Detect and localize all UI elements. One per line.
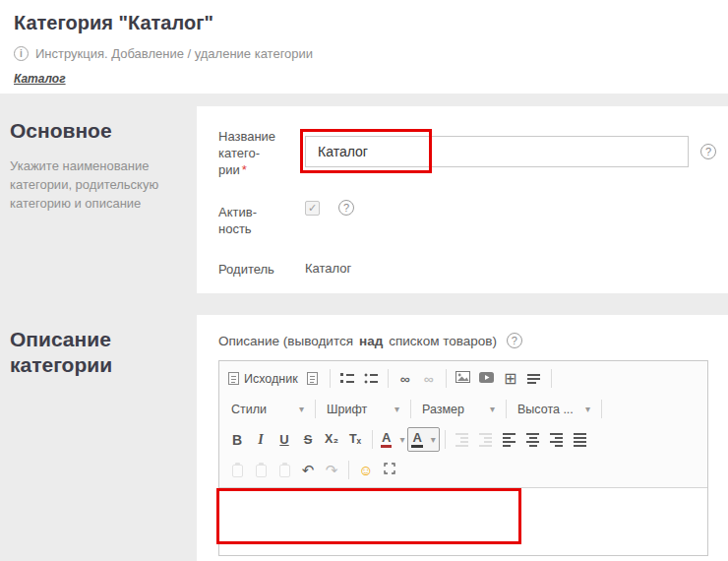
section-description-sidebar: Описание категории xyxy=(10,327,189,379)
instruction-text: Инструкция. Добавление / удаление катего… xyxy=(35,46,313,61)
page-header: Категория "Каталог" i Инструкция. Добавл… xyxy=(0,0,728,94)
toolbar-separator xyxy=(445,430,446,449)
horizontal-line-button[interactable] xyxy=(522,366,546,391)
numbered-list-icon xyxy=(340,373,354,385)
align-center-button[interactable] xyxy=(521,427,545,452)
text-color-button[interactable]: A ▾ xyxy=(378,427,407,452)
redo-icon: ↷ xyxy=(326,463,338,477)
description-field-label: Описание (выводится над списком товаров)… xyxy=(218,333,728,348)
toolbar-separator xyxy=(506,400,507,418)
italic-icon: I xyxy=(258,433,263,447)
background-color-button[interactable]: A ▾ xyxy=(407,427,439,452)
align-right-button[interactable] xyxy=(545,427,569,452)
document-icon xyxy=(307,372,318,385)
redo-button[interactable]: ↷ xyxy=(320,458,343,482)
help-icon-description[interactable]: ? xyxy=(507,333,522,348)
bold-icon: B xyxy=(232,433,242,447)
link-button[interactable]: ∞ xyxy=(394,366,417,391)
smiley-icon: ☺ xyxy=(358,463,373,477)
description-label-bold: над xyxy=(359,334,383,348)
align-justify-icon xyxy=(574,433,586,447)
toolbar-separator xyxy=(446,369,447,388)
active-checkbox[interactable]: ✓ xyxy=(305,201,320,216)
checkmark-icon: ✓ xyxy=(308,202,317,215)
name-field-row: Название катего- рии* ? xyxy=(218,124,728,178)
toolbar-separator xyxy=(348,461,349,479)
undo-button[interactable]: ↶ xyxy=(296,458,320,482)
numbered-list-button[interactable] xyxy=(335,366,359,391)
unlink-icon: ∞ xyxy=(424,372,434,386)
chevron-down-icon: ▾ xyxy=(399,434,404,445)
paste-button[interactable] xyxy=(225,458,249,482)
paste-word-icon xyxy=(279,465,290,477)
unlink-button[interactable]: ∞ xyxy=(417,366,441,391)
chevron-down-icon: ▾ xyxy=(490,404,495,414)
paste-word-button[interactable] xyxy=(273,458,296,482)
bulleted-list-button[interactable] xyxy=(359,366,383,391)
toolbar-separator xyxy=(315,400,316,418)
image-button[interactable] xyxy=(452,366,475,391)
outdent-button[interactable] xyxy=(451,427,474,452)
text-color-icon: A xyxy=(381,431,392,448)
main-form-panel: Название катего- рии* ? Актив- ность ✓ ?… xyxy=(197,106,728,293)
strikethrough-icon: S xyxy=(304,433,313,446)
size-dropdown[interactable]: Размер ▾ xyxy=(416,397,501,421)
parent-field-label: Родитель xyxy=(218,257,305,278)
link-icon: ∞ xyxy=(400,372,410,386)
active-field-row: Актив- ность ✓ ? xyxy=(218,200,728,237)
subscript-icon: X₂ xyxy=(325,433,338,446)
horizontal-line-icon xyxy=(527,373,540,385)
chevron-down-icon: ▾ xyxy=(585,404,590,414)
youtube-button[interactable] xyxy=(475,366,499,391)
subscript-button[interactable]: X₂ xyxy=(320,427,343,452)
italic-button[interactable]: I xyxy=(249,427,273,452)
toolbar-separator xyxy=(601,400,602,418)
help-icon-name-field[interactable]: ? xyxy=(700,144,716,159)
info-icon: i xyxy=(14,46,29,61)
styles-dropdown[interactable]: Стили ▾ xyxy=(225,397,310,421)
align-center-icon xyxy=(526,433,539,447)
bulleted-list-icon xyxy=(364,373,378,385)
underline-icon: U xyxy=(279,433,288,446)
source-button[interactable]: Исходник xyxy=(225,366,301,391)
align-justify-button[interactable] xyxy=(569,427,592,452)
section-main-heading: Основное xyxy=(10,118,189,144)
parent-field-value: Каталог xyxy=(305,257,351,276)
paste-icon xyxy=(232,465,243,477)
align-left-button[interactable] xyxy=(498,427,521,452)
chevron-down-icon: ▾ xyxy=(431,434,436,445)
youtube-icon xyxy=(479,371,494,386)
chevron-down-icon: ▾ xyxy=(394,404,399,414)
breadcrumb-link[interactable]: Каталог xyxy=(14,72,66,86)
maximize-icon xyxy=(384,463,395,477)
line-height-dropdown[interactable]: Высота ... ▾ xyxy=(512,397,596,421)
undo-icon: ↶ xyxy=(302,463,315,477)
toolbar-row-1: Исходник ∞ xyxy=(223,363,703,394)
required-asterisk: * xyxy=(242,162,247,177)
remove-format-button[interactable]: Tₓ xyxy=(343,427,367,452)
maximize-button[interactable] xyxy=(378,458,401,482)
smiley-button[interactable]: ☺ xyxy=(354,458,378,482)
indent-button[interactable] xyxy=(474,427,498,452)
underline-button[interactable]: U xyxy=(273,427,296,452)
align-left-icon xyxy=(503,433,516,447)
toolbar-row-3: B I U S X₂ Tₓ xyxy=(223,424,703,455)
bold-button[interactable]: B xyxy=(225,427,249,452)
toolbar-row-2: Стили ▾ Шрифт ▾ Размер ▾ Высо xyxy=(223,394,703,424)
document-button[interactable] xyxy=(301,366,325,391)
remove-format-icon: Tₓ xyxy=(349,433,361,446)
paste-text-button[interactable] xyxy=(249,458,273,482)
category-name-input[interactable] xyxy=(305,136,689,167)
toolbar-separator xyxy=(551,369,552,388)
table-button[interactable]: ⊞ xyxy=(499,366,522,391)
name-field-label: Название катего- рии* xyxy=(218,124,305,178)
page-title: Категория "Каталог" xyxy=(14,12,712,34)
help-icon-active-field[interactable]: ? xyxy=(338,200,354,216)
section-description-heading: Описание категории xyxy=(10,327,189,379)
section-main-sidebar: Основное Укажите наименование категории,… xyxy=(10,118,189,214)
instruction-link[interactable]: i Инструкция. Добавление / удаление кате… xyxy=(14,46,712,61)
editor-content[interactable] xyxy=(219,488,707,555)
strikethrough-button[interactable]: S xyxy=(296,427,320,452)
active-field-label: Актив- ность xyxy=(218,200,305,237)
font-dropdown[interactable]: Шрифт ▾ xyxy=(321,397,405,421)
